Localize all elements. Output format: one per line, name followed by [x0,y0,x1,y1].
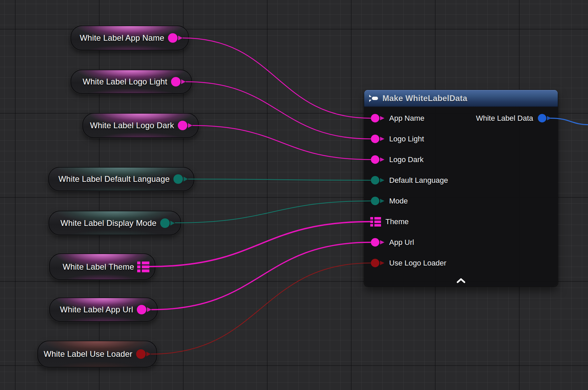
variable-node-label: White Label Use Loader [44,349,132,359]
input-pin-label: Logo Dark [389,155,424,164]
struct-pin-icon[interactable] [137,261,149,272]
collapse-node-chevron-button[interactable] [454,277,468,285]
variable-node-label: White Label Theme [63,262,134,272]
string-pin-icon[interactable] [167,32,183,44]
input-pin-label: Use Logo Loader [389,259,446,268]
chevron-up-icon [456,278,466,284]
string-input-pin-icon[interactable] [370,237,385,248]
wire-string[interactable] [186,82,371,139]
variable-node-label: White Label Logo Light [83,77,167,86]
input-row-logo-dark: Logo Dark [364,149,558,170]
make-whitelabeldata-node[interactable]: Make WhiteLabelData App Name Logo Light … [364,90,558,287]
variable-node-white-label-logo-light[interactable]: White Label Logo Light [70,70,192,94]
input-pin-label: App Name [389,114,424,123]
output-row-white-label-data: White Label Data [476,108,558,129]
text-input-pin-icon[interactable] [370,196,385,206]
make-node-header[interactable]: Make WhiteLabelData [364,90,558,107]
make-node-title: Make WhiteLabelData [382,94,467,103]
string-pin-icon[interactable] [170,76,186,87]
wire-string[interactable] [193,125,371,160]
string-input-pin-icon[interactable] [370,154,385,165]
text-pin-icon[interactable] [173,173,188,185]
variable-node-label: White Label Logo Dark [90,121,174,130]
variable-node-label: White Label App Name [80,33,164,43]
wire-text[interactable] [175,201,371,223]
string-pin-icon[interactable] [177,120,193,131]
variable-node-white-label-use-loader[interactable]: White Label Use Loader [37,340,157,368]
wire-text[interactable] [188,179,371,180]
input-pin-label: App Url [389,238,414,247]
variable-node-white-label-default-language[interactable]: White Label Default Language [48,167,194,191]
variable-node-white-label-theme[interactable]: White Label Theme [49,253,155,280]
blueprint-graph-canvas[interactable]: White Label App Name White Label Logo Li… [0,0,588,390]
input-row-app-url: App Url [364,232,558,253]
variable-node-label: White Label Display Mode [60,218,156,228]
string-pin-icon[interactable] [136,304,152,315]
input-pin-label: Logo Light [389,135,424,143]
input-row-mode: Mode [364,191,558,211]
input-pin-label: Mode [389,197,408,206]
text-pin-icon[interactable] [160,217,175,229]
variable-node-white-label-logo-dark[interactable]: White Label Logo Dark [82,113,199,138]
wire-string[interactable] [149,222,371,267]
text-input-pin-icon[interactable] [370,175,385,186]
output-pin-label: White Label Data [476,114,533,123]
variable-node-white-label-app-url[interactable]: White Label App Url [49,297,158,322]
wire-string[interactable] [152,242,371,310]
string-input-pin-icon[interactable] [370,134,385,144]
input-pin-label: Default Language [389,176,448,185]
struct-output-pin-icon[interactable] [537,113,552,123]
string-input-pin-icon[interactable] [370,113,385,123]
wire-string[interactable] [183,38,371,118]
variable-node-label: White Label Default Language [59,174,170,184]
input-pin-label: Theme [385,217,408,226]
bool-input-pin-icon[interactable] [370,258,385,268]
input-row-default-language: Default Language [364,170,558,191]
input-row-theme: Theme [364,211,558,232]
struct-input-pin-icon[interactable] [370,217,381,227]
variable-node-label: White Label App Url [60,305,133,314]
make-struct-icon [369,94,379,103]
variable-node-white-label-display-mode[interactable]: White Label Display Mode [48,211,181,235]
input-row-use-logo-loader: Use Logo Loader [364,253,558,273]
bool-pin-icon[interactable] [135,348,151,360]
variable-node-white-label-app-name[interactable]: White Label App Name [70,25,189,51]
input-row-logo-light: Logo Light [364,129,558,149]
